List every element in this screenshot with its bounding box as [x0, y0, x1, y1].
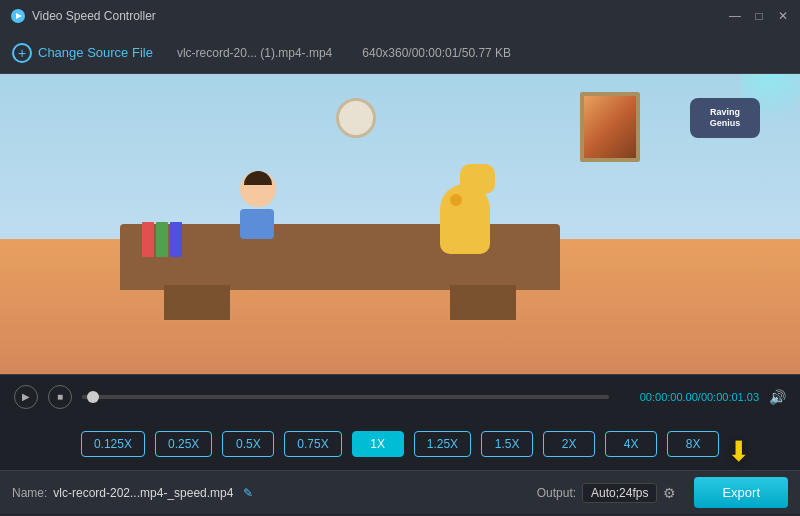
frame-image [584, 96, 636, 158]
speed-button-2X[interactable]: 2X [543, 431, 595, 457]
desk [120, 224, 560, 290]
book-2 [156, 222, 168, 257]
title-text: Video Speed Controller [32, 9, 156, 23]
wall [0, 74, 800, 248]
boy-hair [244, 171, 272, 185]
stop-button[interactable]: ■ [48, 385, 72, 409]
minimize-button[interactable]: — [728, 9, 742, 23]
title-bar-controls: — □ ✕ [728, 9, 790, 23]
output-value: Auto;24fps [582, 483, 657, 503]
name-label: Name: [12, 486, 47, 500]
change-source-button[interactable]: + Change Source File [12, 43, 153, 63]
toolbar: + Change Source File vlc-record-20... (1… [0, 32, 800, 74]
change-source-label: Change Source File [38, 45, 153, 60]
boy-character [240, 171, 276, 239]
export-arrow-icon: ⬇ [727, 435, 750, 468]
play-button[interactable]: ▶ [14, 385, 38, 409]
edit-icon[interactable]: ✎ [243, 486, 253, 500]
clock [336, 98, 376, 138]
speed-button-4X[interactable]: 4X [605, 431, 657, 457]
volume-icon[interactable]: 🔊 [769, 389, 786, 405]
dino-character [440, 184, 490, 254]
output-label: Output: [537, 486, 576, 500]
boy-head [240, 171, 276, 207]
books [142, 222, 182, 257]
book-1 [142, 222, 154, 257]
video-area: RavingGenius [0, 74, 800, 374]
speed-button-8X[interactable]: 8X [667, 431, 719, 457]
close-button[interactable]: ✕ [776, 9, 790, 23]
progress-dot[interactable] [87, 391, 99, 403]
dino-spots [450, 194, 462, 206]
boy-body [240, 209, 274, 239]
book-3 [170, 222, 182, 257]
raving-genius-logo: RavingGenius [690, 98, 760, 138]
speed-button-075X[interactable]: 0.75X [284, 431, 341, 457]
name-value: vlc-record-202...mp4-_speed.mp4 [53, 486, 233, 500]
file-meta: 640x360/00:00:01/50.77 KB [362, 46, 511, 60]
picture-frame [580, 92, 640, 162]
file-name: vlc-record-20... (1).mp4-.mp4 [177, 46, 332, 60]
controls-bar: ▶ ■ 00:00:00.00/00:00:01.03 🔊 [0, 374, 800, 418]
time-display: 00:00:00.00/00:00:01.03 [619, 391, 759, 403]
name-section: Name: vlc-record-202...mp4-_speed.mp4 ✎ [12, 486, 537, 500]
speed-button-025X[interactable]: 0.25X [155, 431, 212, 457]
speed-button-0125X[interactable]: 0.125X [81, 431, 145, 457]
progress-bar[interactable] [82, 395, 609, 399]
output-section: Output: Auto;24fps ⚙ [537, 483, 677, 503]
plus-icon: + [12, 43, 32, 63]
app-icon [10, 8, 26, 24]
speed-button-15X[interactable]: 1.5X [481, 431, 533, 457]
speed-bar: 0.125X0.25X0.5X0.75X1X1.25X1.5X2X4X8X [0, 418, 800, 470]
title-bar-left: Video Speed Controller [10, 8, 156, 24]
speed-button-1X[interactable]: 1X [352, 431, 404, 457]
export-button[interactable]: Export [694, 477, 788, 508]
dino-body [440, 184, 490, 254]
maximize-button[interactable]: □ [752, 9, 766, 23]
cartoon-scene: RavingGenius [0, 74, 800, 374]
video-preview: RavingGenius [0, 74, 800, 374]
speed-button-125X[interactable]: 1.25X [414, 431, 471, 457]
settings-icon[interactable]: ⚙ [663, 485, 676, 501]
speed-button-05X[interactable]: 0.5X [222, 431, 274, 457]
title-bar: Video Speed Controller — □ ✕ [0, 0, 800, 32]
bottom-bar: Name: vlc-record-202...mp4-_speed.mp4 ✎ … [0, 470, 800, 514]
logo-text: RavingGenius [710, 107, 741, 129]
